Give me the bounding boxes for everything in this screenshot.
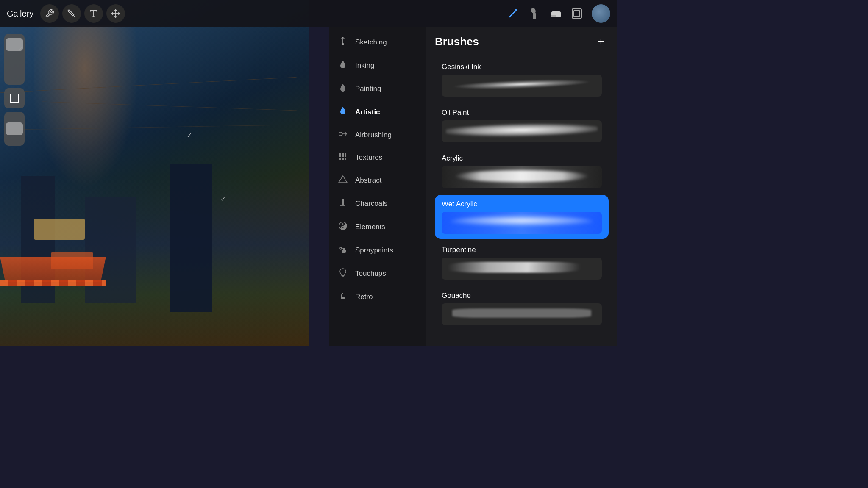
text-button[interactable] (84, 4, 103, 23)
category-label-artistic: Artistic (355, 108, 380, 116)
category-item-abstract[interactable]: Abstract (329, 169, 426, 192)
category-label-spraypaints: Spraypaints (355, 246, 393, 255)
svg-point-35 (342, 227, 344, 228)
layers-icon[interactable] (570, 7, 583, 20)
svg-rect-21 (339, 153, 341, 155)
left-panel (4, 34, 25, 146)
triangle-icon (337, 175, 348, 186)
category-label-abstract: Abstract (355, 176, 381, 185)
brush-preview-oil-paint (442, 120, 602, 142)
svg-point-17 (339, 132, 342, 136)
transform-button[interactable] (106, 4, 125, 23)
size-slider[interactable] (4, 34, 25, 85)
svg-line-2 (75, 16, 75, 17)
svg-rect-26 (345, 155, 346, 157)
opacity-slider[interactable] (4, 112, 25, 146)
category-item-touchups[interactable]: Touchups (329, 262, 426, 285)
category-label-sketching: Sketching (355, 38, 387, 47)
brush-item-gesinski-ink[interactable]: Gesinski Ink (435, 58, 609, 102)
eraser-tool-icon[interactable] (549, 7, 562, 20)
svg-point-16 (342, 43, 344, 45)
svg-line-7 (509, 10, 516, 17)
category-label-textures: Textures (355, 153, 382, 162)
brush-item-wet-acrylic[interactable]: Wet Acrylic (435, 195, 609, 239)
svg-rect-22 (342, 153, 344, 155)
category-item-retro[interactable]: Retro (329, 285, 426, 308)
brush-name-wet-acrylic: Wet Acrylic (442, 200, 602, 208)
brush-name-gesinski-ink: Gesinski Ink (442, 63, 602, 71)
brush-name-oil-paint: Oil Paint (442, 108, 602, 117)
pencil-icon (337, 36, 348, 48)
svg-rect-28 (342, 158, 344, 160)
brushes-title: Brushes (435, 35, 479, 48)
svg-point-38 (340, 247, 342, 249)
svg-rect-10 (533, 13, 536, 19)
category-label-charcoals: Charcoals (355, 200, 388, 208)
brush-categories: SketchingInkingPaintingArtisticAirbrushi… (329, 27, 426, 346)
category-item-spraypaints[interactable]: Spraypaints (329, 238, 426, 262)
svg-point-34 (342, 223, 344, 225)
gallery-button[interactable]: Gallery (7, 9, 33, 19)
brush-preview-acrylic (442, 166, 602, 188)
category-item-elements[interactable]: Elements (329, 215, 426, 238)
svg-rect-14 (574, 11, 580, 17)
svg-rect-25 (342, 155, 344, 157)
magic-button[interactable] (62, 4, 81, 23)
wrench-button[interactable] (40, 4, 59, 23)
svg-rect-32 (340, 205, 345, 206)
smudge-tool-icon[interactable] (528, 7, 541, 20)
brush-preview-gouache (442, 303, 602, 325)
yin-yang-icon (337, 221, 348, 233)
brush-list: Brushes + Gesinski InkOil PaintAcrylicWe… (426, 27, 617, 346)
category-item-painting[interactable]: Painting (329, 77, 426, 100)
category-label-touchups: Touchups (355, 269, 386, 278)
texture-icon (337, 152, 348, 163)
add-brush-button[interactable]: + (593, 34, 609, 49)
category-item-charcoals[interactable]: Charcoals (329, 192, 426, 215)
brush-name-turpentine: Turpentine (442, 246, 602, 254)
brush-item-oil-paint[interactable]: Oil Paint (435, 103, 609, 147)
category-item-inking[interactable]: Inking (329, 54, 426, 77)
category-item-textures[interactable]: Textures (329, 146, 426, 169)
svg-rect-23 (345, 153, 346, 155)
toolbar-right (506, 4, 610, 23)
brush-preview-turpentine (442, 258, 602, 280)
spray-icon (337, 244, 348, 256)
brush-preview-wet-acrylic (442, 212, 602, 234)
brush-name-acrylic: Acrylic (442, 154, 602, 163)
category-item-artistic[interactable]: Artistic (329, 100, 426, 124)
layer-button-1[interactable] (4, 88, 25, 108)
svg-rect-12 (551, 15, 556, 17)
brush-name-gouache: Gouache (442, 291, 602, 300)
brush-item-acrylic[interactable]: Acrylic (435, 149, 609, 193)
category-item-sketching[interactable]: Sketching (329, 30, 426, 54)
toolbar: Gallery (0, 0, 617, 27)
category-label-painting: Painting (355, 85, 381, 93)
category-label-retro: Retro (355, 293, 373, 301)
brush-preview-gesinski-ink (442, 75, 602, 97)
brush-item-turpentine[interactable]: Turpentine (435, 241, 609, 285)
svg-rect-24 (339, 155, 341, 157)
retro-icon (337, 291, 348, 302)
svg-marker-30 (339, 176, 347, 183)
svg-rect-31 (342, 199, 344, 205)
canvas-artwork[interactable]: ✓ ✓ ✓ (0, 0, 309, 346)
avatar[interactable] (592, 4, 610, 23)
brush-tool-icon[interactable] (506, 7, 520, 20)
bulb-icon (337, 268, 348, 279)
svg-rect-15 (10, 94, 19, 103)
art-drop-icon (337, 106, 348, 118)
svg-point-8 (515, 9, 517, 11)
category-label-elements: Elements (355, 223, 385, 231)
svg-point-20 (346, 133, 347, 135)
category-item-airbrushing[interactable]: Airbrushing (329, 124, 426, 146)
svg-rect-29 (345, 158, 346, 160)
category-label-airbrushing: Airbrushing (355, 131, 392, 139)
brush-item-gouache[interactable]: Gouache (435, 286, 609, 330)
paint-drop-icon (337, 83, 348, 94)
airbrush-icon (337, 130, 348, 140)
svg-rect-27 (339, 158, 341, 160)
brushes-panel: SketchingInkingPaintingArtisticAirbrushi… (329, 27, 617, 346)
svg-rect-37 (343, 248, 345, 250)
svg-rect-36 (342, 250, 346, 253)
